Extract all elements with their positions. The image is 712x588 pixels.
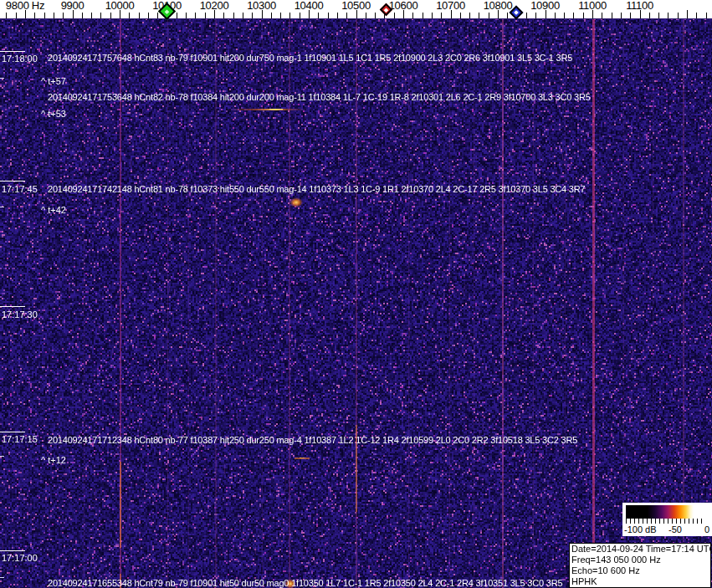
ruler-tick	[583, 13, 584, 18]
ruler-tick	[82, 13, 83, 18]
ruler-tick	[649, 13, 650, 18]
ruler-tick	[289, 13, 290, 18]
ruler-tick	[205, 13, 206, 18]
ruler-tick	[243, 13, 243, 18]
legend-label-max: 0	[704, 524, 709, 534]
ruler-tick	[573, 13, 574, 18]
ruler-label-9900: 9900	[61, 0, 85, 12]
time-tick	[0, 181, 25, 182]
ruler-tick	[148, 13, 149, 18]
ruler-tick	[375, 13, 376, 18]
ruler-tick	[526, 13, 527, 18]
ruler-label-9800: 9800 Hz	[6, 0, 44, 12]
ruler-tick	[157, 13, 158, 18]
time-label: 17:17:45	[2, 184, 38, 194]
ruler-tick	[100, 13, 101, 18]
ruler-label-10200: 10200	[200, 0, 229, 12]
time-label: 17:17:15	[2, 434, 38, 444]
ruler-tick	[507, 13, 508, 18]
ruler-tick	[6, 13, 7, 18]
ruler-tick	[300, 13, 300, 18]
ruler-tick	[328, 13, 329, 18]
ruler-tick	[535, 13, 536, 18]
edge-mark	[0, 78, 4, 79]
detection-caret-label: ^ t+57	[41, 76, 66, 86]
info-station: HPHK	[571, 576, 709, 587]
ruler-tick	[678, 13, 679, 18]
green-diamond-center-dot	[164, 8, 169, 13]
ruler-label-10400: 10400	[295, 0, 324, 12]
ruler-tick	[460, 13, 461, 18]
ruler-tick	[441, 13, 442, 18]
ruler-tick	[412, 13, 413, 18]
ruler-label-10900: 10900	[530, 0, 560, 12]
ruler-tick	[271, 13, 272, 18]
ruler-tick	[346, 13, 347, 18]
edge-mark	[0, 207, 4, 207]
time-tick	[0, 306, 25, 307]
detection-caret-label: ^ t+12	[41, 455, 66, 465]
detection-text: 20140924171742148 hCnt81 nb-78 f10373 hi…	[48, 184, 585, 194]
ruler-tick	[621, 13, 622, 18]
ruler-tick	[139, 13, 140, 18]
ruler-tick	[129, 13, 130, 18]
info-date-time: Date=2014-09-24 Time=17:14 UTC	[571, 544, 709, 555]
ruler-tick	[564, 13, 565, 18]
ruler-tick	[252, 13, 253, 18]
ruler-tick	[34, 13, 35, 18]
ruler-label-11000: 11000	[578, 0, 607, 12]
legend-ticks	[626, 519, 704, 524]
detection-text: 20140924171655348 hCnt79 nb-79 f10901 hi…	[48, 578, 562, 588]
ruler-tick	[110, 13, 111, 18]
detection-caret-label: ^ t+42	[41, 205, 66, 215]
ruler-label-11100: 11100	[626, 0, 653, 12]
ruler-label-10300: 10300	[247, 0, 276, 12]
status-info-box: Date=2014-09-24 Time=17:14 UTC Freq=143 …	[569, 543, 711, 588]
time-label: 17:17:30	[2, 309, 38, 320]
ruler-tick	[186, 13, 187, 18]
ruler-tick	[696, 13, 697, 18]
ruler-tick	[432, 13, 433, 18]
ruler-tick	[658, 13, 659, 18]
ruler-tick	[223, 13, 224, 18]
ruler-tick	[602, 13, 602, 18]
ruler-tick	[366, 13, 366, 18]
ruler-tick	[91, 13, 92, 18]
ruler-tick	[555, 13, 556, 18]
ruler-tick	[687, 10, 688, 18]
time-label: 17:17:00	[2, 553, 38, 563]
ruler-label-10700: 10700	[436, 0, 465, 12]
ruler-tick	[612, 13, 612, 18]
ruler-tick	[195, 13, 196, 18]
legend-label-min: -100 dB	[624, 524, 657, 534]
time-tick	[0, 51, 25, 52]
frequency-ruler[interactable]: 9800 Hz990010000101001020010300104001050…	[0, 0, 712, 18]
blue-diamond-center-dot	[514, 10, 519, 15]
ruler-tick	[489, 13, 489, 18]
time-label: 17:18:00	[2, 54, 38, 64]
detection-text: 20140924171757648 hCnt83 nb-79 f10901 hi…	[48, 53, 572, 63]
edge-mark	[0, 456, 4, 457]
red-diamond-center-dot	[383, 7, 388, 12]
ruler-tick	[318, 13, 319, 18]
ruler-tick	[668, 13, 668, 18]
ruler-tick	[54, 13, 54, 18]
ruler-label-10800: 10800	[484, 0, 513, 12]
time-tick	[0, 432, 25, 432]
color-gradient-bar	[626, 505, 703, 519]
detection-text: 20140924171753648 hCnt82 nb-78 f10384 hi…	[48, 92, 591, 102]
info-echo: Echo=10 600 Hz	[571, 565, 709, 576]
ruler-tick	[63, 13, 64, 18]
ruler-tick	[423, 13, 423, 18]
ruler-tick	[706, 13, 707, 18]
ruler-tick	[44, 13, 45, 18]
ruler-tick	[337, 13, 338, 18]
ruler-tick	[177, 13, 177, 18]
spectrogram-waterfall[interactable]	[0, 18, 712, 588]
ruler-tick	[394, 13, 395, 18]
meteor-spectrogram-window: 9800 Hz990010000101001020010300104001050…	[0, 0, 712, 588]
ruler-label-10600: 10600	[389, 0, 418, 12]
db-color-legend: -100 dB -50 0	[622, 503, 712, 536]
detection-text: 20140924171712348 hCnt80 nb-77 f10387 hi…	[48, 435, 577, 445]
info-frequency: Freq=143 050 000 Hz	[571, 555, 709, 565]
